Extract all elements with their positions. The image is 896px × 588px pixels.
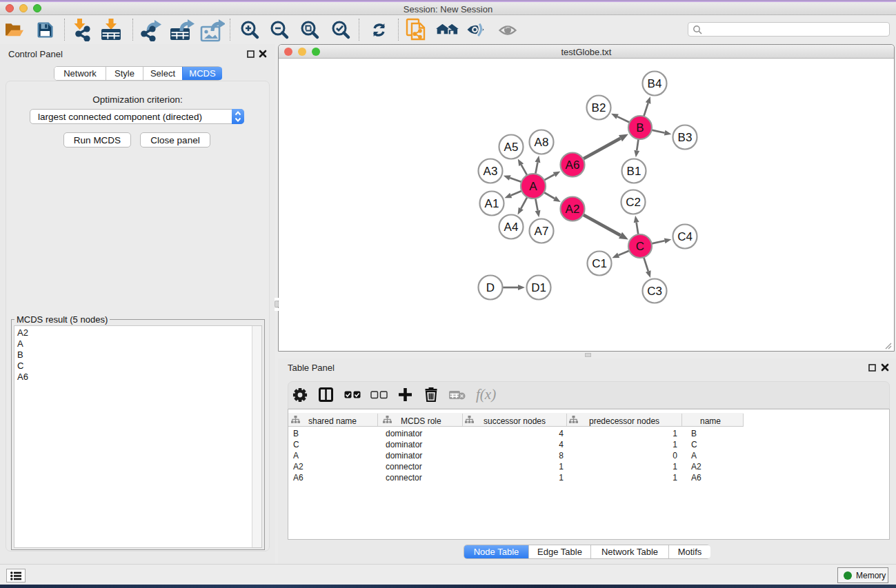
svg-text:B4: B4 — [648, 77, 662, 90]
svg-text:C: C — [636, 240, 644, 253]
svg-text:A1: A1 — [485, 197, 499, 210]
svg-text:C1: C1 — [592, 257, 607, 270]
svg-text:B3: B3 — [678, 131, 693, 144]
svg-text:A3: A3 — [484, 165, 498, 178]
svg-text:D1: D1 — [531, 281, 546, 294]
svg-text:C4: C4 — [677, 230, 693, 243]
svg-text:A5: A5 — [504, 141, 519, 154]
svg-text:A4: A4 — [504, 221, 519, 234]
svg-text:B: B — [636, 121, 644, 134]
svg-text:A2: A2 — [566, 203, 580, 216]
svg-text:A8: A8 — [535, 136, 549, 149]
svg-text:A6: A6 — [566, 159, 580, 172]
svg-text:A: A — [529, 180, 537, 193]
svg-text:C2: C2 — [626, 196, 641, 209]
svg-text:C3: C3 — [647, 285, 662, 298]
svg-text:f(x): f(x) — [476, 386, 496, 403]
svg-text:B1: B1 — [627, 165, 641, 178]
svg-text:B2: B2 — [592, 101, 606, 114]
svg-text:A7: A7 — [535, 225, 549, 238]
svg-text:D: D — [486, 281, 495, 294]
